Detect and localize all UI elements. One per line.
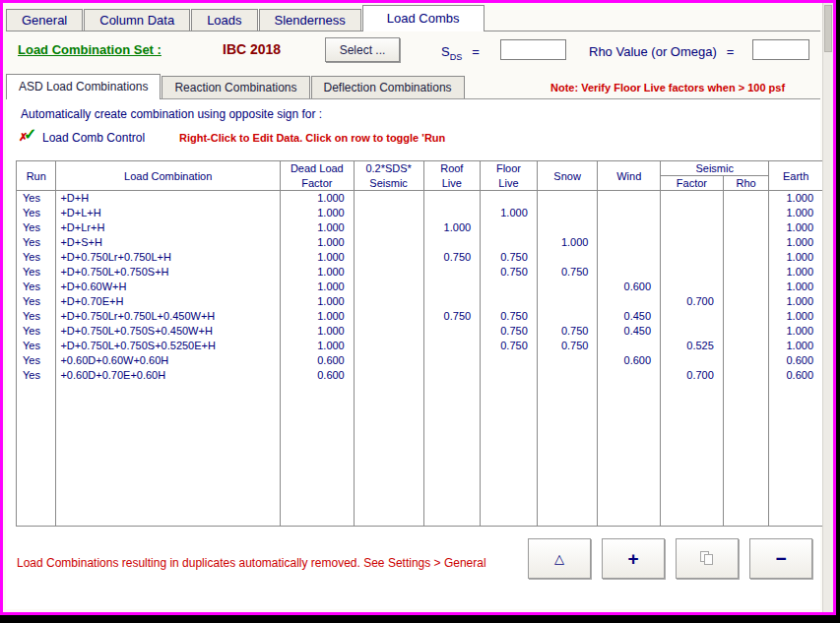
tab-loads[interactable]: Loads (191, 9, 257, 31)
earth-factor-cell: 1.000 (769, 324, 823, 339)
sds-factor-cell (354, 324, 423, 339)
tab-asd-load-combinations[interactable]: ASD Load Combinations (6, 74, 161, 99)
earth-factor-cell: 1.000 (769, 294, 823, 309)
snow-factor-cell (537, 368, 598, 383)
dead-factor-cell: 1.000 (280, 250, 354, 265)
rho-label: Rho Value (or Omega)= (589, 44, 734, 59)
auto-create-text: Automatically create combination using o… (21, 107, 322, 121)
rho-factor-cell (723, 206, 769, 220)
empty-rows-area (17, 383, 823, 527)
empty-cell (354, 383, 423, 527)
tab-slenderness[interactable]: Slenderness (259, 9, 361, 31)
copy-row-button[interactable] (676, 538, 739, 579)
roof-factor-cell: 0.750 (423, 250, 481, 265)
tab-reaction-combinations[interactable]: Reaction Combinations (162, 76, 309, 98)
factor-factor-cell: 0.700 (661, 368, 724, 383)
tab-load-combs[interactable]: Load Combs (362, 5, 485, 31)
empty-cell (723, 383, 769, 527)
combination-name-cell: +D+H (56, 191, 280, 206)
roof-factor-cell: 1.000 (423, 220, 481, 235)
combination-name-cell: +D+Lr+H (56, 220, 280, 235)
load-combination-header: Load Combination Set : IBC 2018 Select .… (6, 33, 820, 73)
load-combination-row[interactable]: Yes+D+0.750L+0.750S+H1.0000.7500.7501.00… (17, 265, 823, 280)
dead-factor-cell: 1.000 (280, 309, 354, 324)
sds-input[interactable] (500, 39, 566, 60)
load-combination-row[interactable]: Yes+D+0.750L+0.750S+0.5250E+H1.0000.7500… (17, 339, 823, 353)
run-cell: Yes (17, 353, 56, 368)
column-header-roof: Roof (423, 161, 481, 176)
rho-equals: = (727, 44, 735, 59)
factor-factor-cell (661, 309, 724, 324)
load-combination-row[interactable]: Yes+D+0.750Lr+0.750L+H1.0000.7500.7501.0… (17, 250, 823, 265)
select-button[interactable]: Select ... (325, 37, 400, 62)
column-subheader-dead-factor: Factor (280, 176, 354, 191)
combination-name-cell: +D+0.60W+H (56, 280, 280, 294)
rho-factor-cell (723, 191, 769, 206)
factor-factor-cell (661, 324, 724, 339)
snow-factor-cell (537, 294, 598, 309)
load-combination-row[interactable]: Yes+D+Lr+H1.0001.0001.000 (17, 220, 823, 235)
rho-input[interactable] (752, 39, 809, 60)
wind-factor-cell: 0.600 (598, 353, 661, 368)
snow-factor-cell: 0.750 (537, 324, 598, 339)
run-cell: Yes (17, 220, 56, 235)
earth-factor-cell: 1.000 (769, 265, 823, 280)
rho-factor-cell (723, 250, 769, 265)
load-combination-row[interactable]: Yes+D+H1.0001.000 (17, 191, 823, 206)
rho-factor-cell (723, 309, 769, 324)
vertical-scrollbar[interactable] (822, 3, 833, 612)
empty-cell (537, 383, 598, 527)
roof-factor-cell (423, 191, 481, 206)
snow-factor-cell: 0.750 (537, 339, 598, 353)
delete-row-button[interactable]: − (749, 538, 812, 579)
tab-column-data[interactable]: Column Data (84, 9, 190, 31)
roof-factor-cell (423, 339, 481, 353)
wind-factor-cell (598, 250, 661, 265)
column-header-earth: Earth (769, 161, 823, 191)
wind-factor-cell (598, 339, 661, 353)
add-row-button[interactable]: + (602, 538, 665, 579)
factor-factor-cell (661, 220, 724, 235)
column-header-snow: Snow (537, 161, 598, 191)
tab-deflection-combinations[interactable]: Deflection Combinations (311, 76, 465, 98)
scrollbar-thumb[interactable] (824, 5, 832, 52)
load-combination-row[interactable]: Yes+D+0.70E+H1.0000.7001.000 (17, 294, 823, 309)
earth-factor-cell: 1.000 (769, 280, 823, 294)
wind-factor-cell: 0.600 (598, 280, 661, 294)
run-cell: Yes (17, 339, 56, 353)
floor-factor-cell: 1.000 (481, 206, 538, 220)
earth-factor-cell: 1.000 (769, 220, 823, 235)
move-row-up-button[interactable]: △ (528, 538, 591, 579)
load-combination-set-label: Load Combination Set : (18, 42, 162, 57)
rho-factor-cell (723, 235, 769, 250)
dead-factor-cell: 0.600 (280, 353, 354, 368)
snow-factor-cell (537, 250, 598, 265)
earth-factor-cell: 1.000 (769, 235, 823, 250)
load-combination-row[interactable]: Yes+D+0.750Lr+0.750L+0.450W+H1.0000.7500… (17, 309, 823, 324)
floor-factor-cell (481, 220, 538, 235)
load-combination-row[interactable]: Yes+0.60D+0.70E+0.60H0.6000.7000.600 (17, 368, 823, 383)
combination-name-cell: +D+0.750Lr+0.750L+H (56, 250, 280, 265)
run-cell: Yes (17, 235, 56, 250)
sds-factor-cell (354, 235, 423, 250)
load-combination-row[interactable]: Yes+D+0.60W+H1.0000.6001.000 (17, 280, 823, 294)
run-cell: Yes (17, 309, 56, 324)
dead-factor-cell: 1.000 (280, 235, 354, 250)
rho-label-text: Rho Value (or Omega) (589, 44, 717, 59)
wind-factor-cell: 0.450 (598, 309, 661, 324)
load-combination-row[interactable]: Yes+0.60D+0.60W+0.60H0.6000.6000.600 (17, 353, 823, 368)
tab-general[interactable]: General (6, 9, 83, 31)
dead-factor-cell: 1.000 (280, 206, 354, 220)
load-combination-row[interactable]: Yes+D+S+H1.0001.0001.000 (17, 235, 823, 250)
column-subheader-seismic-rho: Rho (723, 176, 769, 191)
factor-factor-cell (661, 353, 724, 368)
load-comb-control-icon[interactable]: ✗ ✓ (19, 129, 37, 146)
sds-factor-cell (354, 250, 423, 265)
load-combination-row[interactable]: Yes+D+L+H1.0001.0001.000 (17, 206, 823, 220)
column-header-wind: Wind (598, 161, 661, 191)
run-cell: Yes (17, 280, 56, 294)
load-combination-row[interactable]: Yes+D+0.750L+0.750S+0.450W+H1.0000.7500.… (17, 324, 823, 339)
wind-factor-cell (598, 235, 661, 250)
earth-factor-cell: 1.000 (769, 206, 823, 220)
floor-factor-cell: 0.750 (481, 265, 538, 280)
